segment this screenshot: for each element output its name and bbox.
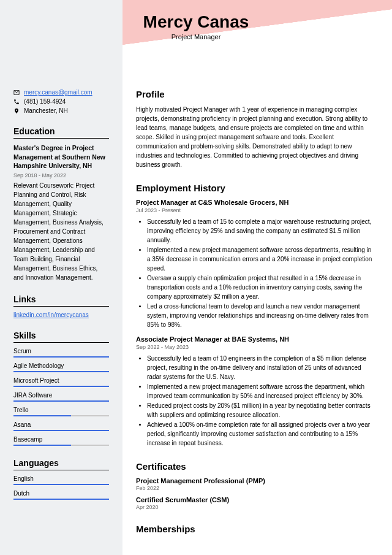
languages-heading: Languages: [13, 458, 109, 470]
skill-fill: [13, 400, 109, 402]
email-link[interactable]: mercy.canas@gmail.com: [24, 89, 92, 96]
profile-section: Profile Highly motivated Project Manager…: [136, 89, 375, 169]
location-icon: [13, 108, 20, 114]
education-coursework: Relevant Coursework: Project Planning an…: [13, 181, 109, 282]
job-item: Project Manager at C&S Wholesale Grocers…: [136, 199, 375, 329]
job-item: Associate Project Manager at BAE Systems…: [136, 335, 375, 448]
skill-name: Asana: [13, 421, 109, 428]
skill-bar: [13, 356, 109, 358]
job-bullets: Successfully led a team of 15 to complet…: [136, 217, 375, 329]
contact-location-row: Manchester, NH: [13, 107, 109, 114]
person-name: Mercy Canas: [0, 12, 392, 32]
job-dates: Jul 2023 - Present: [136, 207, 375, 213]
linkedin-link[interactable]: linkedin.com/in/mercycanas: [13, 312, 89, 318]
skill-item: Asana: [13, 421, 109, 431]
language-item: Dutch: [13, 490, 109, 500]
skill-fill: [13, 445, 71, 446]
job-bullet: Oversaw a supply chain optimization proj…: [147, 274, 375, 301]
email-icon: [13, 90, 20, 96]
job-bullet: Reduced project costs by 20% ($1 million…: [147, 401, 375, 419]
skill-bar: [13, 445, 109, 446]
phone-icon: [13, 99, 20, 105]
skill-item: Basecamp: [13, 436, 109, 446]
memberships-heading: Memberships: [136, 524, 375, 534]
skill-bar: [13, 400, 109, 402]
skill-bar: [13, 386, 109, 387]
skill-name: Agile Methodology: [13, 362, 109, 369]
job-bullet: Successfully led a team of 10 engineers …: [147, 354, 375, 381]
language-item: English: [13, 475, 109, 485]
skill-fill: [13, 356, 109, 358]
header: Mercy Canas Project Manager: [0, 12, 392, 40]
certificates-heading: Certificates: [136, 461, 375, 472]
skill-name: Trello: [13, 407, 109, 413]
skill-name: Basecamp: [13, 436, 109, 443]
employment-heading: Employment History: [136, 183, 375, 193]
main-column: Profile Highly motivated Project Manager…: [123, 0, 392, 555]
job-dates: Sep 2022 - May 2023: [136, 344, 375, 350]
job-bullet: Implemented a new project management sof…: [147, 382, 375, 400]
language-bar: [13, 484, 109, 485]
cert-title: Project Management Professional (PMP): [136, 477, 375, 484]
sidebar: mercy.canas@gmail.com (481) 159-4924 Man…: [0, 0, 123, 555]
education-dates: Sep 2018 - May 2022: [13, 172, 109, 178]
skill-fill: [13, 415, 71, 416]
contact-email-row: mercy.canas@gmail.com: [13, 89, 109, 96]
cert-title: Certified ScrumMaster (CSM): [136, 496, 375, 503]
skill-name: Scrum: [13, 348, 109, 354]
job-title: Project Manager at C&S Wholesale Grocers…: [136, 199, 375, 206]
language-name: English: [13, 475, 109, 482]
job-bullet: Achieved a 100% on-time completion rate …: [147, 420, 375, 448]
phone-text: (481) 159-4924: [24, 98, 66, 105]
language-fill: [13, 484, 109, 485]
links-heading: Links: [13, 294, 109, 307]
certs-list: Project Management Professional (PMP)Feb…: [136, 477, 375, 510]
skill-fill: [13, 371, 109, 372]
jobs-list: Project Manager at C&S Wholesale Grocers…: [136, 199, 375, 448]
certificates-section: Certificates Project Management Professi…: [136, 461, 375, 510]
profile-text: Highly motivated Project Manager with 1 …: [136, 105, 375, 169]
language-bar: [13, 499, 109, 500]
language-fill: [13, 499, 109, 500]
skill-bar: [13, 371, 109, 372]
profile-heading: Profile: [136, 89, 375, 99]
job-bullet: Implemented a new project management sof…: [147, 245, 375, 273]
person-title: Project Manager: [0, 33, 392, 40]
skill-fill: [13, 430, 109, 431]
skill-name: Microsoft Project: [13, 377, 109, 384]
contact-phone-row: (481) 159-4924: [13, 98, 109, 105]
skill-name: JIRA Software: [13, 392, 109, 399]
skill-item: Trello: [13, 407, 109, 416]
job-title: Associate Project Manager at BAE Systems…: [136, 335, 375, 343]
job-bullet: Led a cross-functional team to develop a…: [147, 302, 375, 329]
employment-section: Employment History Project Manager at C&…: [136, 183, 375, 448]
skill-bar: [13, 415, 109, 416]
skill-item: Scrum: [13, 348, 109, 358]
education-heading: Education: [13, 126, 109, 139]
language-name: Dutch: [13, 490, 109, 497]
cert-date: Feb 2022: [136, 485, 375, 491]
skill-item: JIRA Software: [13, 392, 109, 402]
skill-bar: [13, 430, 109, 431]
languages-list: EnglishDutch: [13, 475, 109, 500]
skill-item: Agile Methodology: [13, 362, 109, 372]
cert-date: Apr 2020: [136, 504, 375, 510]
skill-item: Microsoft Project: [13, 377, 109, 387]
education-degree: Master's Degree in Project Management at…: [13, 144, 109, 170]
skill-fill: [13, 386, 109, 387]
skills-heading: Skills: [13, 331, 109, 343]
memberships-section: Memberships: [136, 524, 375, 534]
skills-list: ScrumAgile MethodologyMicrosoft ProjectJ…: [13, 348, 109, 446]
location-text: Manchester, NH: [24, 107, 68, 114]
job-bullets: Successfully led a team of 10 engineers …: [136, 354, 375, 448]
job-bullet: Successfully led a team of 15 to complet…: [147, 217, 375, 245]
